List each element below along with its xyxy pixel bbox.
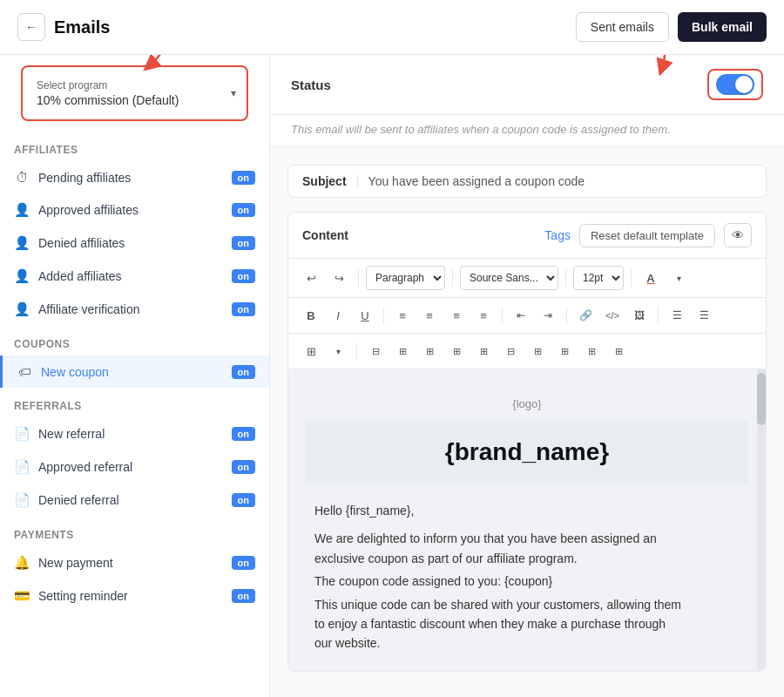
table-tool-2[interactable]: ⊞ [390, 339, 415, 363]
italic-button[interactable]: I [326, 303, 350, 328]
section-coupons: COUPONS [0, 326, 269, 355]
subject-row: Subject You have been assigned a coupon … [287, 165, 767, 198]
toolbar-row3: ⊞ ▾ ⊟ ⊞ ⊞ ⊞ ⊞ ⊟ ⊞ ⊞ ⊞ ⊞ [288, 334, 766, 369]
sent-emails-button[interactable]: Sent emails [576, 12, 669, 42]
toolbar-separator [631, 269, 632, 287]
tags-link[interactable]: Tags [544, 228, 571, 242]
preview-greeting: Hello {first_name}, [314, 501, 740, 520]
user-shield-icon: 👤 [14, 301, 30, 317]
table-tool-6[interactable]: ⊟ [498, 339, 523, 363]
font-select[interactable]: Source Sans... [460, 266, 558, 290]
user-plus-icon: 👤 [14, 268, 30, 284]
table-tool-3[interactable]: ⊞ [417, 339, 442, 363]
referral-icon: 📄 [14, 426, 30, 442]
badge-on: on [232, 171, 255, 185]
undo-button[interactable]: ↩ [299, 266, 323, 290]
table-tool-7[interactable]: ⊞ [525, 339, 550, 363]
status-hint: This email will be sent to affiliates wh… [291, 123, 671, 136]
section-payments: PAYMENTS [0, 517, 269, 546]
align-center-button[interactable]: ≡ [417, 303, 442, 328]
badge-on: on [232, 556, 255, 570]
page-title: Emails [54, 17, 110, 37]
sidebar: Select program 10% commission (Default) … [0, 55, 270, 697]
scrollbar-thumb[interactable] [757, 373, 766, 425]
toolbar-separator [356, 342, 357, 360]
sidebar-item-new-referral[interactable]: 📄 New referral on [0, 417, 269, 450]
sidebar-item-pending-affiliates[interactable]: ⏱ Pending affiliates on [0, 161, 269, 193]
toolbar-separator [566, 307, 567, 324]
toolbar-separator [452, 269, 453, 287]
sidebar-item-approved-referral[interactable]: 📄 Approved referral on [0, 450, 269, 484]
sidebar-item-denied-referral[interactable]: 📄 Denied referral on [0, 484, 269, 517]
clock-icon: ⏱ [14, 170, 30, 185]
table-tool-1[interactable]: ⊟ [363, 339, 388, 363]
preview-brand: {brand_name} [306, 421, 748, 484]
preview-button[interactable]: 👁 [724, 223, 752, 247]
preview-body: Hello {first_name}, We are delighted to … [306, 501, 748, 653]
select-program-container[interactable]: Select program 10% commission (Default) … [21, 65, 248, 121]
image-button[interactable]: 🖼 [627, 303, 652, 328]
content-actions: Tags Reset default template 👁 [544, 223, 752, 247]
toolbar-separator [502, 307, 503, 324]
table-tool-8[interactable]: ⊞ [552, 339, 577, 363]
sidebar-item-affiliate-verification[interactable]: 👤 Affiliate verification on [0, 293, 269, 326]
approved-referral-icon: 📄 [14, 459, 30, 475]
scrollbar[interactable] [757, 369, 766, 671]
table-tool-5[interactable]: ⊞ [471, 339, 496, 363]
sidebar-item-new-payment[interactable]: 🔔 New payment on [0, 546, 269, 579]
indent-less-button[interactable]: ⇤ [509, 303, 533, 328]
table-button[interactable]: ⊞ [299, 339, 323, 363]
toolbar-separator [358, 269, 359, 287]
toggle-wrapper[interactable] [707, 69, 763, 100]
font-color-button[interactable]: A [639, 266, 663, 290]
denied-referral-icon: 📄 [14, 492, 30, 508]
size-select[interactable]: 12pt [573, 266, 624, 290]
table-tool-9[interactable]: ⊞ [579, 339, 604, 363]
status-toggle[interactable] [716, 74, 754, 95]
chevron-down-color-button[interactable]: ▾ [666, 266, 691, 290]
indent-more-button[interactable]: ⇥ [536, 303, 560, 328]
align-justify-button[interactable]: ≡ [471, 303, 496, 328]
sidebar-item-denied-affiliates[interactable]: 👤 Denied affiliates on [0, 227, 269, 260]
align-left-button[interactable]: ≡ [390, 303, 415, 328]
select-program-label: Select program [37, 79, 233, 91]
list-ul-button[interactable]: ☰ [665, 303, 689, 328]
sidebar-item-approved-affiliates[interactable]: 👤 Approved affiliates on [0, 193, 269, 227]
back-button[interactable]: ← [17, 13, 45, 41]
sidebar-item-new-coupon[interactable]: 🏷 New coupon on [0, 355, 269, 388]
sidebar-item-added-affiliates[interactable]: 👤 Added affiliates on [0, 260, 269, 293]
section-referrals: REFERRALS [0, 388, 269, 417]
email-preview: {logo} {brand_name} Hello {first_name}, … [288, 369, 766, 671]
code-button[interactable]: </> [600, 303, 625, 328]
preview-body-line5: to enjoy a fantastic discount when they … [314, 614, 740, 633]
bulk-email-button[interactable]: Bulk email [678, 12, 767, 42]
main-layout: Select program 10% commission (Default) … [0, 55, 784, 697]
reset-template-button[interactable]: Reset default template [579, 224, 715, 247]
list-ol-button[interactable]: ☰ [692, 303, 716, 328]
badge-on: on [232, 302, 255, 316]
select-program-value: 10% commission (Default) [37, 93, 233, 107]
underline-button[interactable]: U [353, 303, 377, 328]
preview-body-line2: exclusive coupon as part of our affiliat… [314, 549, 740, 568]
link-button[interactable]: 🔗 [573, 303, 598, 328]
preview-body-line1: We are delighted to inform you that you … [314, 529, 740, 548]
user-check-icon: 👤 [14, 202, 30, 218]
app-container: ← Emails Sent emails Bulk email Select p… [0, 0, 784, 697]
badge-on: on [232, 365, 255, 379]
badge-on: on [232, 460, 255, 474]
redo-button[interactable]: ↪ [327, 266, 351, 290]
content-box: Content Tags Reset default template 👁 ↩ … [287, 212, 767, 672]
chevron-down-table[interactable]: ▾ [326, 339, 350, 363]
section-affiliates: AFFILIATES [0, 132, 269, 161]
sidebar-item-setting-reminder[interactable]: 💳 Setting reminder on [0, 579, 269, 612]
content-label: Content [302, 228, 348, 242]
bold-button[interactable]: B [299, 303, 323, 328]
preview-body-line4: This unique code can be shared with your… [314, 595, 740, 614]
table-tool-4[interactable]: ⊞ [444, 339, 469, 363]
paragraph-select[interactable]: Paragraph [366, 266, 445, 290]
table-tool-10[interactable]: ⊞ [606, 339, 631, 363]
toolbar-separator [565, 269, 566, 287]
align-right-button[interactable]: ≡ [444, 303, 469, 328]
eye-icon: 👁 [732, 228, 744, 242]
toolbar-row1: ↩ ↪ Paragraph Source Sans... 12pt [288, 259, 766, 298]
